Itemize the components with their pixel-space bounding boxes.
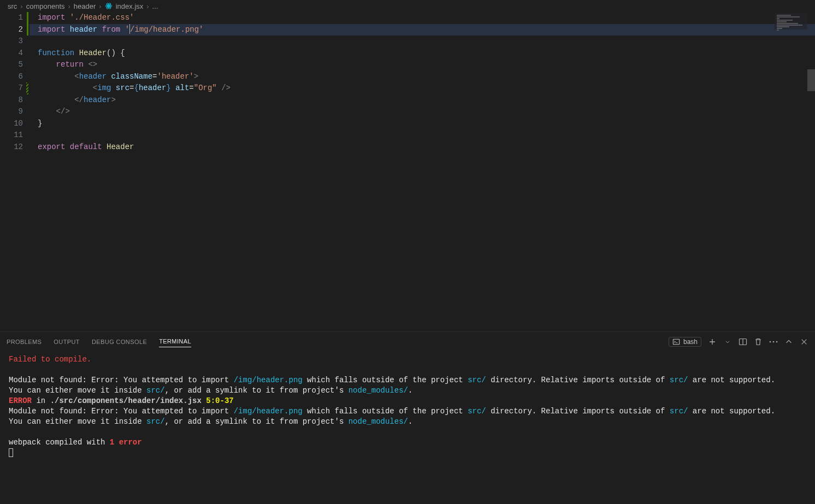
code-line[interactable]: } xyxy=(29,118,815,130)
breadcrumb-symbol[interactable]: ... xyxy=(152,2,158,10)
code-line[interactable] xyxy=(29,129,815,141)
terminal-profile-label: bash xyxy=(683,338,698,346)
terminal-profile-select[interactable]: bash xyxy=(669,337,701,347)
code-line[interactable]: import header from '/img/header.png' xyxy=(29,24,815,36)
code-area[interactable]: import './Header.css'import header from … xyxy=(29,12,815,331)
breadcrumb-file[interactable]: index.jsx xyxy=(116,2,144,10)
minimap[interactable] xyxy=(775,13,807,29)
code-line[interactable]: <header className='header'> xyxy=(29,71,815,83)
tab-terminal[interactable]: TERMINAL xyxy=(159,336,191,347)
code-line[interactable]: import './Header.css' xyxy=(29,12,815,24)
breadcrumb-part[interactable]: src xyxy=(8,2,17,10)
code-line[interactable]: return <> xyxy=(29,59,815,71)
panel-tabs: PROBLEMS OUTPUT DEBUG CONSOLE TERMINAL b… xyxy=(0,332,815,351)
svg-point-0 xyxy=(108,5,109,7)
breadcrumb-part[interactable]: header xyxy=(74,2,96,10)
code-line[interactable]: export default Header xyxy=(29,141,815,153)
code-line[interactable]: </> xyxy=(29,106,815,118)
react-icon xyxy=(105,2,113,10)
split-terminal-button[interactable] xyxy=(739,337,747,346)
editor-scrollbar[interactable] xyxy=(807,12,815,331)
svg-point-6 xyxy=(770,341,771,342)
code-line[interactable]: <img src={header} alt="Org" /> xyxy=(29,82,815,94)
new-terminal-button[interactable] xyxy=(708,337,717,346)
svg-point-7 xyxy=(773,341,775,342)
editor[interactable]: 123456789101112 import './Header.css'imp… xyxy=(0,12,815,331)
breadcrumb: src › components › header › index.jsx › … xyxy=(0,0,815,12)
kill-terminal-button[interactable] xyxy=(754,337,763,346)
tab-problems[interactable]: PROBLEMS xyxy=(7,336,42,347)
code-line[interactable] xyxy=(29,35,815,48)
tab-output[interactable]: OUTPUT xyxy=(54,336,80,347)
chevron-right-icon: › xyxy=(99,2,101,10)
chevron-right-icon: › xyxy=(146,2,149,10)
panel-actions: bash xyxy=(669,337,808,347)
tab-debug-console[interactable]: DEBUG CONSOLE xyxy=(92,336,147,347)
line-number-gutter: 123456789101112 xyxy=(0,12,29,331)
chevron-right-icon: › xyxy=(20,2,22,10)
svg-point-8 xyxy=(776,341,778,342)
code-line[interactable]: </header> xyxy=(29,94,815,106)
terminal-output[interactable]: Failed to compile. Module not found: Err… xyxy=(0,351,815,464)
more-actions-button[interactable] xyxy=(769,337,778,346)
terminal-icon xyxy=(672,338,680,346)
code-line[interactable]: function Header() { xyxy=(29,48,815,60)
scrollbar-thumb[interactable] xyxy=(807,69,815,91)
maximize-panel-button[interactable] xyxy=(784,337,793,346)
chevron-right-icon: › xyxy=(68,2,70,10)
bottom-panel: PROBLEMS OUTPUT DEBUG CONSOLE TERMINAL b… xyxy=(0,331,815,464)
breadcrumb-part[interactable]: components xyxy=(26,2,65,10)
svg-rect-4 xyxy=(673,339,679,345)
close-panel-button[interactable] xyxy=(800,337,808,346)
terminal-dropdown-button[interactable] xyxy=(723,337,732,346)
